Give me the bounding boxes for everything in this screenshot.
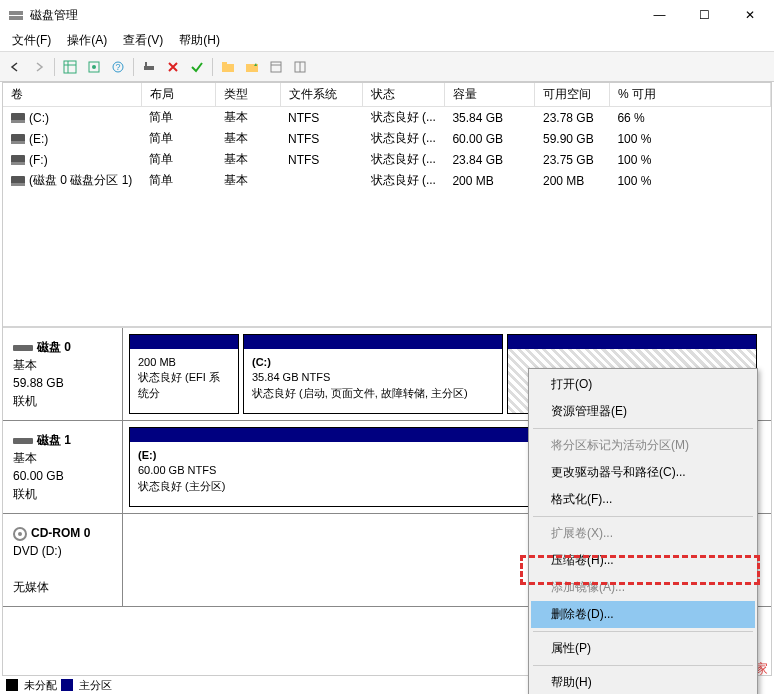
- help-icon[interactable]: ?: [107, 56, 129, 78]
- ctx-separator: [533, 665, 753, 666]
- volume-cell: 66 %: [609, 107, 770, 129]
- refresh-icon[interactable]: [83, 56, 105, 78]
- partition-body: 200 MB状态良好 (EFI 系统分: [130, 349, 238, 413]
- folder-icon[interactable]: [217, 56, 239, 78]
- volume-cell: 简单: [141, 170, 215, 191]
- svg-text:?: ?: [115, 62, 120, 72]
- volume-cell: NTFS: [280, 128, 363, 149]
- back-button[interactable]: [4, 56, 26, 78]
- volume-cell: 60.00 GB: [444, 128, 535, 149]
- volume-cell: 35.84 GB: [444, 107, 535, 129]
- svg-rect-0: [9, 11, 23, 15]
- volume-row[interactable]: (磁盘 0 磁盘分区 1)简单基本状态良好 (...200 MB200 MB10…: [3, 170, 771, 191]
- legend-unallocated: 未分配: [24, 678, 57, 693]
- volume-row[interactable]: (C:)简单基本NTFS状态良好 (...35.84 GB23.78 GB66 …: [3, 107, 771, 129]
- menubar: 文件(F) 操作(A) 查看(V) 帮助(H): [0, 30, 774, 52]
- volume-cell: NTFS: [280, 149, 363, 170]
- svg-rect-2: [64, 61, 76, 73]
- close-button[interactable]: ✕: [727, 0, 772, 30]
- svg-rect-15: [271, 62, 281, 72]
- disk-label[interactable]: 磁盘 1基本60.00 GB联机: [3, 421, 123, 513]
- delete-icon[interactable]: [162, 56, 184, 78]
- ctx-extend[interactable]: 扩展卷(X)...: [531, 520, 755, 547]
- volume-cell: 基本: [216, 149, 280, 170]
- volume-cell: 状态良好 (...: [363, 149, 445, 170]
- column-header[interactable]: 布局: [141, 83, 215, 107]
- svg-rect-1: [9, 16, 23, 20]
- volume-cell: 100 %: [609, 128, 770, 149]
- volume-cell: 200 MB: [444, 170, 535, 191]
- ctx-format[interactable]: 格式化(F)...: [531, 486, 755, 513]
- partition-header: [508, 335, 756, 349]
- menu-file[interactable]: 文件(F): [4, 30, 59, 51]
- settings-icon[interactable]: [138, 56, 160, 78]
- partition-header: [244, 335, 502, 349]
- volume-cell: 59.90 GB: [535, 128, 609, 149]
- volume-cell: 23.84 GB: [444, 149, 535, 170]
- svg-point-6: [92, 65, 96, 69]
- ctx-mirror[interactable]: 添加镜像(A)...: [531, 574, 755, 601]
- view-list-icon[interactable]: [59, 56, 81, 78]
- column-header[interactable]: % 可用: [609, 83, 770, 107]
- column-header[interactable]: 状态: [363, 83, 445, 107]
- ctx-separator: [533, 516, 753, 517]
- volume-cell: (磁盘 0 磁盘分区 1): [3, 170, 141, 191]
- column-header[interactable]: 卷: [3, 83, 141, 107]
- titlebar: 磁盘管理 — ☐ ✕: [0, 0, 774, 30]
- detail-icon[interactable]: [289, 56, 311, 78]
- check-icon[interactable]: [186, 56, 208, 78]
- maximize-button[interactable]: ☐: [682, 0, 727, 30]
- column-header[interactable]: 文件系统: [280, 83, 363, 107]
- svg-rect-10: [145, 62, 147, 66]
- volume-icon: [11, 155, 25, 165]
- volume-cell: 100 %: [609, 149, 770, 170]
- volume-cell: 简单: [141, 149, 215, 170]
- volume-cell: 状态良好 (...: [363, 170, 445, 191]
- volume-cell: 23.75 GB: [535, 149, 609, 170]
- volume-row[interactable]: (F:)简单基本NTFS状态良好 (...23.84 GB23.75 GB100…: [3, 149, 771, 170]
- ctx-mark-active[interactable]: 将分区标记为活动分区(M): [531, 432, 755, 459]
- window-title: 磁盘管理: [30, 7, 637, 24]
- volume-cell: (C:): [3, 107, 141, 129]
- ctx-separator: [533, 428, 753, 429]
- minimize-button[interactable]: —: [637, 0, 682, 30]
- ctx-explorer[interactable]: 资源管理器(E): [531, 398, 755, 425]
- ctx-shrink[interactable]: 压缩卷(H)...: [531, 547, 755, 574]
- context-menu: 打开(O) 资源管理器(E) 将分区标记为活动分区(M) 更改驱动器号和路径(C…: [528, 368, 758, 694]
- star-icon[interactable]: [241, 56, 263, 78]
- ctx-open[interactable]: 打开(O): [531, 371, 755, 398]
- svg-rect-11: [222, 64, 234, 72]
- ctx-properties[interactable]: 属性(P): [531, 635, 755, 662]
- legend-primary-swatch: [61, 679, 73, 691]
- menu-action[interactable]: 操作(A): [59, 30, 115, 51]
- ctx-help[interactable]: 帮助(H): [531, 669, 755, 694]
- forward-button[interactable]: [28, 56, 50, 78]
- volume-cell: NTFS: [280, 107, 363, 129]
- column-header[interactable]: 类型: [216, 83, 280, 107]
- svg-rect-9: [144, 66, 154, 70]
- column-header[interactable]: 容量: [444, 83, 535, 107]
- volume-cell: 基本: [216, 107, 280, 129]
- partition-header: [130, 335, 238, 349]
- ctx-delete-volume[interactable]: 删除卷(D)...: [531, 601, 755, 628]
- window-controls: — ☐ ✕: [637, 0, 772, 30]
- volume-list[interactable]: 卷布局类型文件系统状态容量可用空间% 可用 (C:)简单基本NTFS状态良好 (…: [3, 83, 771, 328]
- column-header[interactable]: 可用空间: [535, 83, 609, 107]
- volume-cell: 基本: [216, 128, 280, 149]
- toolbar-separator: [54, 58, 55, 76]
- partition-body: (C:)35.84 GB NTFS状态良好 (启动, 页面文件, 故障转储, 主…: [244, 349, 502, 413]
- partition[interactable]: 200 MB状态良好 (EFI 系统分: [129, 334, 239, 414]
- partition[interactable]: (C:)35.84 GB NTFS状态良好 (启动, 页面文件, 故障转储, 主…: [243, 334, 503, 414]
- volume-cell: (E:): [3, 128, 141, 149]
- menu-help[interactable]: 帮助(H): [171, 30, 228, 51]
- menu-view[interactable]: 查看(V): [115, 30, 171, 51]
- volume-table: 卷布局类型文件系统状态容量可用空间% 可用 (C:)简单基本NTFS状态良好 (…: [3, 83, 771, 191]
- disk-label[interactable]: 磁盘 0基本59.88 GB联机: [3, 328, 123, 420]
- toolbar: ?: [0, 52, 774, 82]
- props-icon[interactable]: [265, 56, 287, 78]
- svg-rect-12: [222, 62, 227, 65]
- volume-row[interactable]: (E:)简单基本NTFS状态良好 (...60.00 GB59.90 GB100…: [3, 128, 771, 149]
- ctx-change-letter[interactable]: 更改驱动器号和路径(C)...: [531, 459, 755, 486]
- disk-label[interactable]: CD-ROM 0DVD (D:) 无媒体: [3, 514, 123, 606]
- volume-cell: [280, 170, 363, 191]
